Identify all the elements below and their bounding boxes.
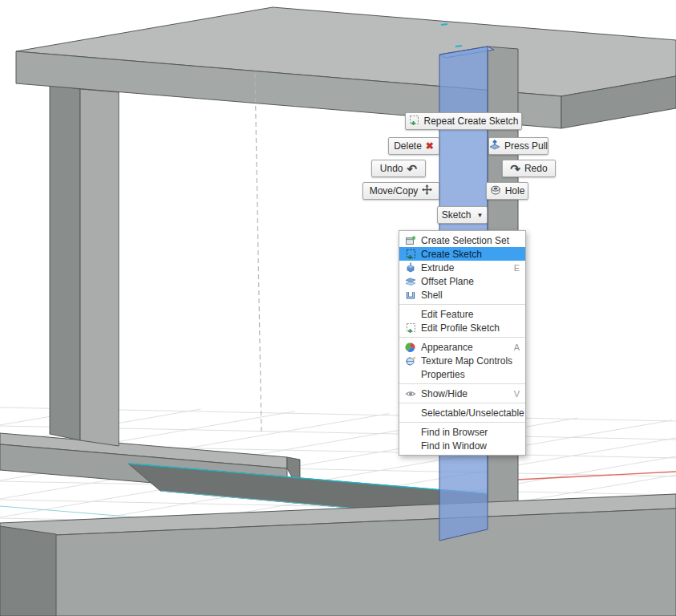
- menu-item-shell[interactable]: Shell: [399, 288, 525, 302]
- delete-x-icon: ✖: [426, 140, 434, 152]
- menu-item-create-sketch[interactable]: Create Sketch: [399, 247, 525, 261]
- button-label: Hole: [505, 185, 525, 197]
- marking-menu-sketch-dropdown[interactable]: Sketch ▼: [437, 206, 488, 224]
- fusion-viewport[interactable]: Repeat Create Sketch Delete ✖ Press Pull…: [0, 0, 676, 616]
- sketch-context-menu: Create Selection Set Create Sketch Extru…: [399, 230, 526, 456]
- menu-item-appearance[interactable]: Appearance A: [399, 340, 525, 354]
- menu-item-show-hide[interactable]: Show/Hide V: [399, 387, 525, 400]
- sketch-point-mark: [441, 24, 447, 25]
- sketch-point-mark-2: [455, 46, 462, 47]
- menu-separator: [399, 403, 525, 403]
- construction-line: [255, 74, 261, 433]
- offset-plane-icon: [403, 275, 417, 287]
- button-label: Press Pull: [504, 140, 548, 152]
- button-label: Undo: [380, 163, 403, 174]
- undo-arrow-icon: ↶: [407, 163, 418, 175]
- menu-item-texture-map-controls[interactable]: Texture Map Controls: [399, 354, 525, 367]
- menu-item-create-selection-set[interactable]: Create Selection Set: [399, 233, 525, 247]
- menu-separator: [399, 383, 525, 384]
- move-cross-icon: [422, 184, 432, 197]
- marking-menu-hole[interactable]: Hole: [486, 182, 528, 200]
- marking-menu-undo[interactable]: Undo ↶: [371, 160, 426, 177]
- create-selection-set-icon: [403, 234, 417, 246]
- menu-item-properties[interactable]: Properties: [399, 367, 525, 381]
- menu-item-selectable-unselectable[interactable]: Selectable/Unselectable: [399, 406, 525, 419]
- menu-item-offset-plane[interactable]: Offset Plane: [399, 274, 525, 288]
- left-leg[interactable]: [50, 85, 119, 446]
- appearance-icon: [403, 341, 417, 353]
- button-label: Move/Copy: [370, 185, 419, 197]
- button-label: Delete: [394, 140, 422, 152]
- menu-item-edit-feature[interactable]: Edit Feature: [399, 307, 525, 321]
- create-sketch-icon: [403, 248, 417, 260]
- create-sketch-icon: [408, 115, 419, 128]
- menu-item-extrude[interactable]: Extrude E: [399, 261, 525, 274]
- blank-icon: [403, 426, 417, 438]
- shell-icon: [403, 289, 417, 301]
- texture-map-icon: [403, 355, 417, 367]
- hole-icon: [490, 184, 501, 198]
- menu-separator: [399, 337, 525, 338]
- press-pull-icon: [489, 140, 500, 153]
- eye-icon: [403, 387, 417, 399]
- chevron-down-icon: ▼: [476, 212, 483, 219]
- front-base-beam[interactable]: [0, 494, 676, 616]
- edit-profile-sketch-icon: [403, 322, 417, 334]
- button-label: Sketch: [442, 209, 472, 221]
- viewport-canvas[interactable]: [0, 0, 676, 616]
- menu-separator: [399, 304, 525, 305]
- extrude-icon: [403, 261, 417, 274]
- blank-icon: [403, 368, 417, 380]
- marking-menu-redo[interactable]: ↷ Redo: [502, 160, 556, 177]
- menu-separator: [399, 422, 525, 423]
- button-label: Repeat Create Sketch: [423, 116, 518, 127]
- menu-item-find-in-browser[interactable]: Find in Browser: [399, 425, 525, 439]
- marking-menu-delete[interactable]: Delete ✖: [388, 137, 439, 155]
- redo-arrow-icon: ↷: [510, 163, 520, 175]
- marking-menu-repeat-create-sketch[interactable]: Repeat Create Sketch: [405, 112, 522, 130]
- marking-menu-move-copy[interactable]: Move/Copy: [362, 182, 439, 200]
- blank-icon: [403, 407, 417, 419]
- button-label: Redo: [524, 163, 548, 174]
- marking-menu-press-pull[interactable]: Press Pull: [488, 137, 548, 155]
- blank-icon: [403, 308, 417, 320]
- blank-icon: [403, 440, 417, 452]
- menu-item-edit-profile-sketch[interactable]: Edit Profile Sketch: [399, 321, 525, 334]
- menu-item-find-in-window[interactable]: Find in Window: [399, 439, 525, 452]
